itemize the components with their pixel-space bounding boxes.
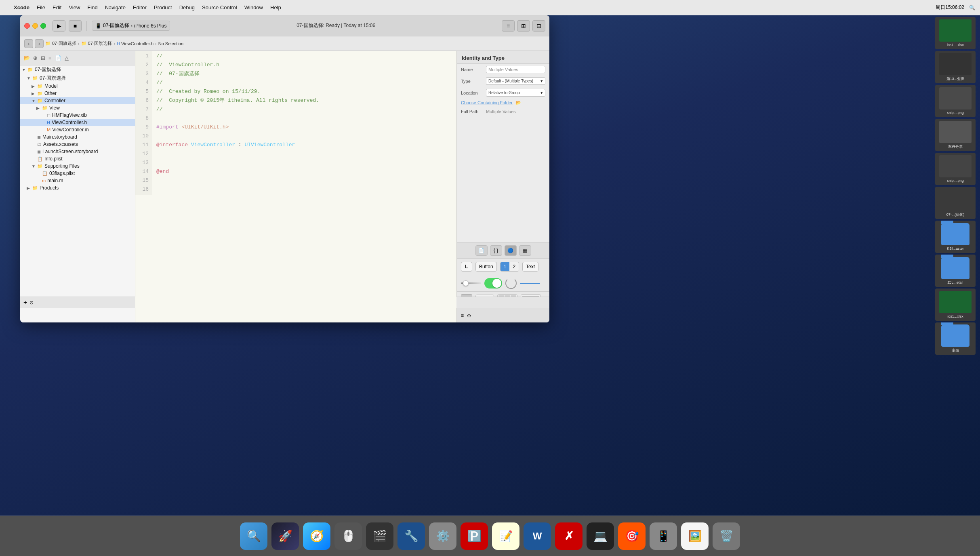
sidebar-item-view[interactable]: ▶ 📁 View <box>20 104 135 112</box>
inspector-tab-quick-help[interactable]: { } <box>490 245 502 256</box>
menu-xcode[interactable]: Xcode <box>14 4 29 11</box>
sidebar-item-root-project[interactable]: ▼ 📁 07-国旗选择 <box>20 65 135 74</box>
desktop-thumb-xlsx-1[interactable]: ios1....xlsx <box>935 17 976 49</box>
menu-edit[interactable]: Edit <box>53 4 61 11</box>
desktop-thumb-07-optimize[interactable]: 07-...(优化) <box>935 187 976 219</box>
menu-debug[interactable]: Debug <box>179 4 195 11</box>
dock-item-quicktime[interactable]: 🎬 <box>366 522 393 550</box>
inspector-tab-file[interactable]: 📄 <box>475 245 488 256</box>
inspector-toggle-button[interactable]: ⊟ <box>532 20 545 32</box>
code-lines[interactable]: // // ViewController.h // 07-国旗选择 // // … <box>152 51 456 195</box>
desktop-thumb-class[interactable]: 第13...业班 <box>935 51 976 83</box>
widget-l-button[interactable]: L <box>461 262 472 272</box>
sidebar-folder-icon[interactable]: 📂 <box>23 55 30 61</box>
run-button[interactable]: ▶ <box>53 20 65 32</box>
device-selector[interactable]: 📱 07-国旗选择 › iPhone 6s Plus <box>92 21 170 31</box>
dock-item-cross[interactable]: ✗ <box>555 522 583 550</box>
sidebar-item-model[interactable]: ▶ 📁 Model <box>20 82 135 90</box>
breadcrumb-nav-next[interactable]: › <box>35 39 44 48</box>
inspector-status-icon-2[interactable]: ⊙ <box>467 313 471 318</box>
menu-product[interactable]: Product <box>154 4 172 11</box>
sidebar-item-project[interactable]: ▼ 📁 07-国旗选择 <box>20 74 135 82</box>
sidebar-item-viewcontroller-h[interactable]: ▶ H ViewController.h <box>20 119 135 126</box>
menu-navigate[interactable]: Navigate <box>105 4 126 11</box>
menu-view[interactable]: View <box>69 4 80 11</box>
close-button[interactable] <box>24 23 30 29</box>
dock-item-terminal[interactable]: 💻 <box>587 522 614 550</box>
widget-segment-control[interactable]: 1 2 <box>500 262 519 272</box>
dock-item-simulator[interactable]: 📱 <box>650 522 677 550</box>
menu-source-control[interactable]: Source Control <box>202 4 237 11</box>
desktop-thumb-snip-2[interactable]: snip....png <box>935 153 976 185</box>
breadcrumb-item-3[interactable]: H ViewController.h <box>117 41 154 46</box>
breadcrumb-item-1[interactable]: 📁 07-国旗选择 <box>45 40 76 46</box>
desktop-thumb-snip-1[interactable]: snip....png <box>935 85 976 117</box>
desktop-thumb-zjl[interactable]: ZJL...etail <box>935 255 976 287</box>
menubar-search-icon[interactable]: 🔍 <box>969 5 975 11</box>
dock-item-safari[interactable]: 🧭 <box>303 522 330 550</box>
sidebar-search-icon[interactable]: ⊕ <box>33 55 38 61</box>
menu-window[interactable]: Window <box>244 4 263 11</box>
menu-find[interactable]: Find <box>87 4 97 11</box>
add-file-button[interactable]: + <box>23 299 27 306</box>
breadcrumb-nav-prev[interactable]: ‹ <box>24 39 33 48</box>
sidebar-item-supporting[interactable]: ▼ 📁 Supporting Files <box>20 162 135 170</box>
breadcrumb-item-2[interactable]: 📁 07-国旗选择 <box>81 40 112 46</box>
minimize-button[interactable] <box>32 23 38 29</box>
maximize-button[interactable] <box>40 23 46 29</box>
sidebar-filter-icon[interactable]: ⊞ <box>41 55 45 61</box>
widget-segment-1[interactable]: 1 <box>501 262 510 271</box>
desktop-thumb-car[interactable]: 车丹分享 <box>935 119 976 151</box>
dock-item-mouse[interactable]: 🖱️ <box>334 522 362 550</box>
dock-item-preview[interactable]: 🖼️ <box>681 522 709 550</box>
debug-toggle-button[interactable]: ⊞ <box>517 20 530 32</box>
desktop-thumb-ios1-xlsx[interactable]: ios1...xlsx <box>935 289 976 321</box>
code-editor[interactable]: 12345 678910 1112131415 16 // // ViewCon… <box>135 51 456 322</box>
widget-button-label[interactable]: Button <box>475 262 497 272</box>
dock-item-notes[interactable]: 📝 <box>492 522 519 550</box>
dock-item-xcode[interactable]: 🔧 <box>397 522 425 550</box>
menu-editor[interactable]: Editor <box>133 4 147 11</box>
sidebar-item-assets[interactable]: ▶ 🗂 Assets.xcassets <box>20 141 135 148</box>
dock-item-settings[interactable]: ⚙️ <box>429 522 456 550</box>
widget-slider[interactable] <box>461 282 481 284</box>
folder-choose-icon[interactable]: 📂 <box>515 100 521 105</box>
desktop-thumb-desktop[interactable]: 桌面 <box>935 322 976 355</box>
menu-help[interactable]: Help <box>270 4 281 11</box>
sidebar-item-main-m[interactable]: ▶ m main.m <box>20 177 135 184</box>
dock-item-paw[interactable]: 🅿️ <box>461 522 488 550</box>
sidebar-item-launch-storyboard[interactable]: ▶ ◼ LaunchScreen.storyboard <box>20 148 135 155</box>
history-button[interactable]: ⊙ <box>29 300 34 305</box>
dock-item-idea[interactable]: 🎯 <box>618 522 646 550</box>
inspector-type-dropdown[interactable]: Default - (Multiple Types) ▾ <box>486 77 545 85</box>
menu-file[interactable]: File <box>37 4 45 11</box>
widget-text-label[interactable]: Text <box>522 262 538 272</box>
widget-segment-2[interactable]: 2 <box>509 262 519 271</box>
inspector-folder-label[interactable]: Choose Containing Folder <box>461 100 513 105</box>
sidebar-item-flags-plist[interactable]: ▶ 📋 03flags.plist <box>20 170 135 177</box>
sidebar-sort-icon[interactable]: ≡ <box>48 55 52 61</box>
inspector-status-icon-1[interactable]: ≡ <box>461 313 464 318</box>
dock-item-finder[interactable]: 🔍 <box>240 522 267 550</box>
breadcrumb-item-4[interactable]: No Selection <box>158 41 183 46</box>
dock-item-launchpad[interactable]: 🚀 <box>271 522 299 550</box>
inspector-tab-identity[interactable]: 🔵 <box>505 245 517 256</box>
sidebar-item-controller[interactable]: ▼ 📁 Controller <box>20 97 135 104</box>
navigator-toggle-button[interactable]: ≡ <box>502 20 515 32</box>
sidebar-item-info-plist[interactable]: ▶ 📋 Info.plist <box>20 155 135 162</box>
sidebar-warning-icon[interactable]: △ <box>65 55 69 61</box>
sidebar-item-other[interactable]: ▶ 📁 Other <box>20 90 135 97</box>
dock-item-trash[interactable]: 🗑️ <box>713 522 740 550</box>
inspector-location-dropdown[interactable]: Relative to Group ▾ <box>486 89 545 97</box>
widget-toggle-switch[interactable] <box>484 278 502 289</box>
sidebar-item-viewcontroller-m[interactable]: ▶ M ViewController.m <box>20 126 135 133</box>
sidebar-item-products[interactable]: ▶ 📁 Products <box>20 184 135 192</box>
sidebar-item-main-storyboard[interactable]: ▶ ◼ Main.storyboard <box>20 133 135 141</box>
dock-item-word[interactable]: W <box>524 522 551 550</box>
desktop-thumb-ksi[interactable]: KSI...aster <box>935 221 976 253</box>
inspector-name-value[interactable]: Multiple Values <box>486 66 545 73</box>
stop-button[interactable]: ■ <box>69 20 82 32</box>
sidebar-add-icon[interactable]: 📄 <box>55 55 61 61</box>
inspector-tab-attributes[interactable]: ▦ <box>519 245 531 256</box>
sidebar-item-hmflag[interactable]: ▶ ◻ HMFlagView.xib <box>20 112 135 119</box>
